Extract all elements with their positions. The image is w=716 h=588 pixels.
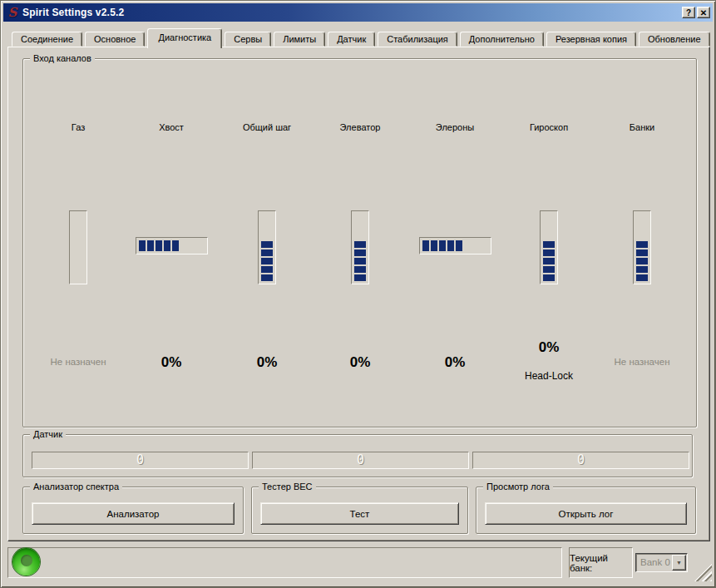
- bar-segment: [543, 258, 555, 264]
- bar-segment: [261, 266, 273, 273]
- channel-collective: Общий шаг0%: [221, 59, 313, 427]
- group-bec-label: Тестер BEC: [259, 481, 316, 492]
- bar-segment: [636, 241, 648, 248]
- open-log-button[interactable]: Открыть лог: [485, 502, 687, 525]
- bar-segment: [139, 240, 146, 251]
- tab-advanced[interactable]: Дополнительно: [460, 32, 544, 47]
- group-bec-tester: Тестер BEC Тест: [251, 487, 468, 534]
- group-input-channels: Вход каналов ГазНе назначенХвост0%Общий …: [22, 58, 697, 427]
- sensor-bar: 0: [472, 452, 689, 469]
- group-sensor: Датчик 000: [22, 434, 693, 477]
- bar-segment: [354, 266, 366, 273]
- bar-segment: [261, 258, 273, 264]
- sensor-bar: 0: [252, 452, 469, 469]
- group-spectrum-label: Анализатор спектра: [30, 481, 122, 492]
- channel-sublabel: Head-Lock: [503, 370, 595, 382]
- channel-input-bar: [351, 210, 369, 284]
- channel-label: Хвост: [126, 122, 217, 132]
- group-sensor-label: Датчик: [30, 428, 66, 440]
- tab-limits[interactable]: Лимиты: [274, 32, 325, 47]
- bar-segment: [261, 250, 273, 256]
- bar-segment: [354, 258, 366, 264]
- channel-value: Не назначен: [32, 357, 124, 367]
- bar-segment: [354, 274, 366, 281]
- app-icon: S: [6, 6, 19, 19]
- channel-value: 0%: [126, 354, 217, 371]
- channel-label: Банки: [596, 122, 688, 132]
- current-bank-label: Текущий банк:: [570, 553, 632, 573]
- title-bar: S Spirit Settings v2.5.2 ? ✕: [3, 3, 713, 22]
- group-log-label: Просмотр лога: [483, 481, 553, 492]
- tab-update[interactable]: Обновление: [639, 32, 710, 47]
- channel-input-bar: [633, 210, 651, 284]
- tab-diagnostics[interactable]: Диагностика: [147, 28, 222, 48]
- bar-segment: [164, 240, 170, 251]
- bar-segment: [147, 240, 154, 251]
- tab-servos[interactable]: Сервы: [225, 32, 271, 47]
- connection-led-icon: [12, 548, 40, 576]
- bar-segment: [354, 250, 366, 256]
- bar-segment: [636, 258, 648, 264]
- sensor-bar: 0: [32, 452, 249, 469]
- channel-value: 0%: [314, 354, 406, 371]
- bar-segment: [422, 240, 429, 251]
- bar-segment: [636, 274, 648, 281]
- bar-segment: [156, 240, 162, 251]
- sensor-value-lcd: 0: [577, 454, 585, 467]
- tab-connection[interactable]: Соединение: [12, 32, 82, 47]
- bar-segment: [439, 240, 446, 251]
- test-button[interactable]: Тест: [260, 502, 459, 525]
- channel-label: Газ: [32, 122, 124, 132]
- bar-segment: [543, 266, 555, 273]
- bar-segment: [636, 250, 648, 256]
- channel-value: Не назначен: [596, 357, 688, 367]
- group-spectrum-analyzer: Анализатор спектра Анализатор: [22, 487, 244, 534]
- channel-value: 0%: [409, 354, 501, 371]
- channel-input-bar: [258, 210, 276, 284]
- channel-banks: БанкиНе назначен: [596, 59, 688, 427]
- analyzer-button[interactable]: Анализатор: [32, 502, 235, 525]
- channel-throttle: ГазНе назначен: [32, 59, 124, 427]
- app-window: S Spirit Settings v2.5.2 ? ✕ СоединениеО…: [0, 0, 716, 588]
- tab-stabilization[interactable]: Стабилизация: [378, 32, 457, 47]
- tab-bar: СоединениеОсновноеДиагностикаСервыЛимиты…: [12, 28, 710, 48]
- resize-grip[interactable]: [694, 564, 712, 581]
- group-log-view: Просмотр лога Открыть лог: [476, 487, 696, 534]
- bar-segment: [543, 274, 555, 281]
- channel-label: Элеватор: [314, 122, 406, 132]
- window-title: Spirit Settings v2.5.2: [22, 7, 680, 18]
- bar-segment: [543, 241, 555, 248]
- current-bank-label-panel: Текущий банк:: [569, 547, 633, 578]
- channel-label: Общий шаг: [221, 122, 313, 132]
- channel-label: Гироскоп: [503, 122, 595, 132]
- bank-select[interactable]: Bank 0 ▼: [635, 553, 688, 572]
- channel-ailerons: Элероны0%: [409, 59, 501, 427]
- channel-gyro: Гироскоп0%Head-Lock: [503, 59, 595, 427]
- channel-value: 0%: [503, 339, 595, 356]
- help-button[interactable]: ?: [682, 7, 695, 18]
- tab-basic[interactable]: Основное: [85, 32, 145, 47]
- bar-segment: [456, 240, 462, 251]
- tab-sensor[interactable]: Датчик: [328, 32, 375, 47]
- channel-input-bar: [69, 210, 87, 284]
- bar-segment: [172, 240, 179, 251]
- bar-segment: [431, 240, 437, 251]
- sensor-value-lcd: 0: [136, 454, 144, 467]
- channel-input-bar: [540, 210, 558, 284]
- bar-segment: [636, 266, 648, 273]
- channel-input-bar: [136, 237, 208, 254]
- channel-value: 0%: [221, 354, 313, 371]
- channel-tail: Хвост0%: [126, 59, 217, 427]
- sensor-value-lcd: 0: [357, 454, 364, 467]
- chevron-down-icon[interactable]: ▼: [672, 555, 686, 571]
- bar-segment: [543, 250, 555, 256]
- bank-select-value: Bank 0: [640, 557, 670, 567]
- tab-backup[interactable]: Резервная копия: [546, 32, 636, 47]
- bar-segment: [261, 241, 273, 248]
- led-core: [21, 555, 32, 566]
- bar-segment: [261, 274, 273, 281]
- close-button[interactable]: ✕: [697, 7, 710, 18]
- bar-segment: [354, 241, 366, 248]
- status-panel: [7, 547, 562, 578]
- tab-content-panel: Вход каналов ГазНе назначенХвост0%Общий …: [7, 47, 710, 541]
